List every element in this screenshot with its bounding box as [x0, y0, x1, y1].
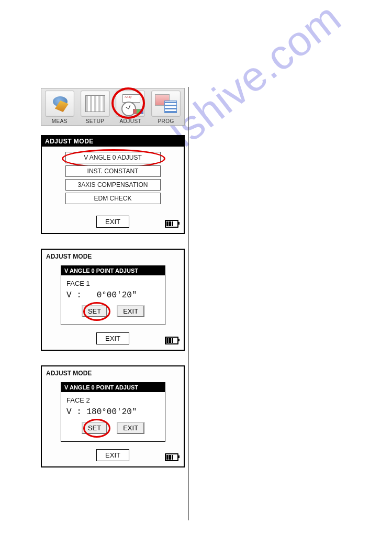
panel-footer: EXIT: [42, 442, 184, 466]
tool-item-setup[interactable]: SETUP: [78, 91, 113, 124]
adjust-icon: [116, 91, 145, 117]
panel-adjust-mode-menu: ADJUST MODE V ANGLE 0 ADJUST INST. CONST…: [41, 135, 185, 234]
panel-footer: EXIT: [42, 325, 184, 350]
dialog-v-angle-point-adjust: V ANGLE 0 POINT ADJUST FACE 1 V : 0°00'2…: [61, 265, 165, 325]
v-prefix: V :: [66, 291, 82, 300]
set-button[interactable]: SET: [82, 422, 107, 434]
prog-icon: [151, 91, 181, 117]
panel-title: ADJUST MODE: [42, 136, 184, 147]
face-label: FACE 1: [66, 280, 160, 287]
dialog-title: V ANGLE 0 POINT ADJUST: [61, 383, 165, 392]
menu-item-label: 3AXIS COMPENSATION: [78, 181, 148, 188]
menu-item-label: V ANGLE 0 ADJUST: [84, 154, 142, 161]
setup-icon: [81, 91, 110, 117]
menu-list: V ANGLE 0 ADJUST INST. CONSTANT 3AXIS CO…: [42, 147, 184, 208]
main-toolbar: MEAS SETUP ADJUST PROG: [41, 88, 185, 126]
v-value-line: V : 0°00'20": [66, 291, 160, 300]
tool-item-prog[interactable]: PROG: [149, 91, 183, 124]
dialog-body: FACE 2 V : 180°00'20" SET EXIT: [61, 392, 165, 441]
page: manualshive.com MEAS SETUP ADJUST P: [0, 0, 392, 557]
left-column: MEAS SETUP ADJUST PROG ADJUST MODE: [41, 88, 187, 467]
v-value-line: V : 180°00'20": [66, 407, 160, 417]
dialog-body: FACE 1 V : 0°00'20" SET EXIT: [61, 275, 165, 325]
tool-label: PROG: [158, 118, 174, 124]
v-value: 180°00'20": [86, 407, 137, 417]
exit-button[interactable]: EXIT: [96, 449, 129, 461]
v-value: 0°00'20": [86, 291, 137, 300]
vertical-divider: [188, 87, 189, 520]
battery-icon: [165, 220, 178, 228]
tool-item-adjust[interactable]: ADJUST: [114, 91, 148, 124]
menu-item-v-angle-0-adjust[interactable]: V ANGLE 0 ADJUST: [65, 152, 161, 163]
panel-adjust-mode-face1: ADJUST MODE V ANGLE 0 POINT ADJUST FACE …: [41, 249, 185, 351]
dialog-button-row: SET EXIT: [66, 422, 160, 438]
panel-title: ADJUST MODE: [42, 366, 184, 378]
menu-item-label: INST. CONSTANT: [87, 168, 139, 175]
tool-label: ADJUST: [119, 118, 141, 124]
battery-icon: [165, 453, 178, 461]
tool-label: MEAS: [52, 118, 68, 124]
dialog-v-angle-point-adjust: V ANGLE 0 POINT ADJUST FACE 2 V : 180°00…: [61, 382, 165, 442]
set-button[interactable]: SET: [82, 305, 107, 317]
dialog-exit-button[interactable]: EXIT: [117, 305, 144, 317]
menu-item-3axis-compensation[interactable]: 3AXIS COMPENSATION: [65, 179, 161, 191]
meas-icon: [45, 91, 74, 117]
dialog-button-row: SET EXIT: [66, 305, 160, 321]
dialog-exit-button[interactable]: EXIT: [117, 422, 144, 434]
battery-icon: [165, 337, 178, 344]
panel-footer: EXIT: [42, 208, 184, 233]
face-label: FACE 2: [66, 396, 160, 404]
menu-item-edm-check[interactable]: EDM CHECK: [65, 193, 161, 204]
panel-adjust-mode-face2: ADJUST MODE V ANGLE 0 POINT ADJUST FACE …: [41, 365, 185, 467]
exit-button[interactable]: EXIT: [96, 332, 129, 344]
tool-item-meas[interactable]: MEAS: [42, 91, 77, 124]
panel-title: ADJUST MODE: [42, 250, 184, 261]
menu-item-label: EDM CHECK: [94, 195, 131, 202]
dialog-title: V ANGLE 0 POINT ADJUST: [61, 266, 165, 275]
menu-item-inst-constant[interactable]: INST. CONSTANT: [65, 165, 161, 177]
v-prefix: V :: [66, 407, 82, 417]
tool-label: SETUP: [86, 118, 105, 124]
exit-button[interactable]: EXIT: [96, 216, 129, 228]
